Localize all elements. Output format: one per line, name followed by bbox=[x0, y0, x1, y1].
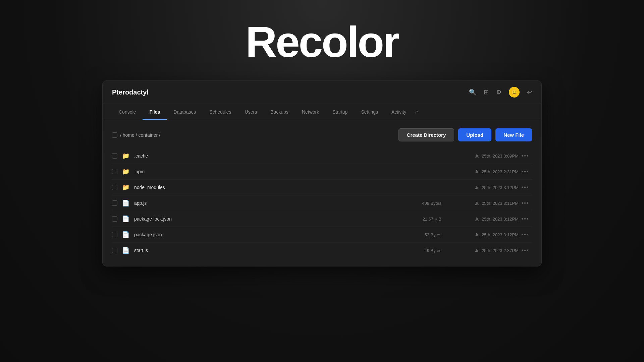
file-row: 📁 .npm Jul 25th, 2023 2:31PM ••• bbox=[112, 164, 532, 180]
tab-console[interactable]: Console bbox=[112, 104, 143, 120]
file-date: Jul 25th, 2023 3:09PM bbox=[451, 154, 519, 159]
file-name[interactable]: node_modules bbox=[134, 185, 411, 190]
file-date: Jul 25th, 2023 3:12PM bbox=[451, 185, 519, 190]
tab-databases[interactable]: Databases bbox=[167, 104, 203, 120]
select-all-checkbox[interactable] bbox=[112, 132, 117, 138]
file-row: 📄 app.js 409 Bytes Jul 25th, 2023 3:11PM… bbox=[112, 195, 532, 211]
nav-tabs: Console Files Databases Schedules Users … bbox=[103, 104, 541, 120]
file-icon: 📄 bbox=[122, 231, 129, 238]
file-name[interactable]: app.js bbox=[134, 200, 411, 206]
create-directory-button[interactable]: Create Directory bbox=[398, 128, 454, 141]
tab-users[interactable]: Users bbox=[238, 104, 264, 120]
panel-title: Pterodactyl bbox=[112, 88, 149, 96]
avatar[interactable]: 😐 bbox=[509, 87, 520, 98]
logout-icon[interactable]: ↩ bbox=[527, 88, 532, 96]
tab-settings[interactable]: Settings bbox=[354, 104, 385, 120]
file-icon: 📄 bbox=[122, 247, 129, 254]
file-row: 📄 package.json 53 Bytes Jul 25th, 2023 3… bbox=[112, 227, 532, 243]
file-name[interactable]: .npm bbox=[134, 169, 411, 174]
layers-icon[interactable]: ⊞ bbox=[484, 88, 489, 96]
breadcrumb-area: / home / container / bbox=[112, 132, 160, 138]
search-icon[interactable]: 🔍 bbox=[469, 88, 476, 96]
folder-icon: 📁 bbox=[122, 168, 129, 175]
file-date: Jul 25th, 2023 2:31PM bbox=[451, 169, 519, 174]
file-date: Jul 25th, 2023 3:12PM bbox=[451, 217, 519, 222]
header-icons: 🔍 ⊞ ⚙ 😐 ↩ bbox=[469, 87, 532, 98]
tab-schedules[interactable]: Schedules bbox=[203, 104, 238, 120]
external-link-icon[interactable]: ↗ bbox=[414, 109, 418, 115]
file-name[interactable]: package-lock.json bbox=[134, 216, 411, 222]
file-row: 📄 package-lock.json 21.67 KiB Jul 25th, … bbox=[112, 211, 532, 227]
folder-icon: 📁 bbox=[122, 152, 129, 160]
tab-network[interactable]: Network bbox=[295, 104, 326, 120]
file-context-menu[interactable]: ••• bbox=[519, 232, 532, 238]
file-context-menu[interactable]: ••• bbox=[519, 247, 532, 253]
gear-icon[interactable]: ⚙ bbox=[496, 88, 501, 96]
file-checkbox[interactable] bbox=[112, 153, 117, 159]
file-name[interactable]: package.json bbox=[134, 232, 411, 237]
file-context-menu[interactable]: ••• bbox=[519, 200, 532, 206]
file-name[interactable]: start.js bbox=[134, 248, 411, 253]
file-row: 📄 start.js 49 Bytes Jul 25th, 2023 2:37P… bbox=[112, 243, 532, 258]
upload-button[interactable]: Upload bbox=[458, 128, 491, 141]
folder-icon: 📁 bbox=[122, 184, 129, 191]
file-checkbox[interactable] bbox=[112, 169, 117, 174]
file-checkbox[interactable] bbox=[112, 232, 117, 237]
file-row: 📁 node_modules Jul 25th, 2023 3:12PM ••• bbox=[112, 180, 532, 195]
brand-title: Recolor bbox=[246, 20, 398, 64]
tab-backups[interactable]: Backups bbox=[264, 104, 295, 120]
file-list: 📁 .cache Jul 25th, 2023 3:09PM ••• 📁 .np… bbox=[112, 148, 532, 258]
file-manager: / home / container / Create Directory Up… bbox=[103, 120, 541, 266]
file-context-menu[interactable]: ••• bbox=[519, 216, 532, 222]
file-context-menu[interactable]: ••• bbox=[519, 184, 532, 190]
file-icon: 📄 bbox=[122, 199, 129, 207]
file-size: 53 Bytes bbox=[411, 232, 451, 237]
file-date: Jul 25th, 2023 3:11PM bbox=[451, 201, 519, 206]
file-checkbox[interactable] bbox=[112, 185, 117, 190]
file-checkbox[interactable] bbox=[112, 200, 117, 206]
file-size: 21.67 KiB bbox=[411, 217, 451, 222]
file-context-menu[interactable]: ••• bbox=[519, 169, 532, 175]
toolbar-buttons: Create Directory Upload New File bbox=[398, 128, 532, 141]
tab-files[interactable]: Files bbox=[143, 104, 167, 120]
panel: Pterodactyl 🔍 ⊞ ⚙ 😐 ↩ Console Files Data… bbox=[102, 80, 542, 266]
file-context-menu[interactable]: ••• bbox=[519, 153, 532, 159]
file-size: 49 Bytes bbox=[411, 248, 451, 253]
file-size: 409 Bytes bbox=[411, 201, 451, 206]
tab-activity[interactable]: Activity bbox=[385, 104, 413, 120]
file-date: Jul 25th, 2023 2:37PM bbox=[451, 248, 519, 253]
panel-header: Pterodactyl 🔍 ⊞ ⚙ 😐 ↩ bbox=[103, 81, 541, 104]
file-checkbox[interactable] bbox=[112, 216, 117, 222]
new-file-button[interactable]: New File bbox=[495, 128, 532, 141]
file-icon: 📄 bbox=[122, 215, 129, 223]
toolbar: / home / container / Create Directory Up… bbox=[112, 128, 532, 141]
file-date: Jul 25th, 2023 3:12PM bbox=[451, 232, 519, 237]
file-checkbox[interactable] bbox=[112, 248, 117, 253]
tab-startup[interactable]: Startup bbox=[326, 104, 354, 120]
file-row: 📁 .cache Jul 25th, 2023 3:09PM ••• bbox=[112, 148, 532, 164]
file-name[interactable]: .cache bbox=[134, 153, 411, 159]
breadcrumb: / home / container / bbox=[120, 132, 160, 138]
